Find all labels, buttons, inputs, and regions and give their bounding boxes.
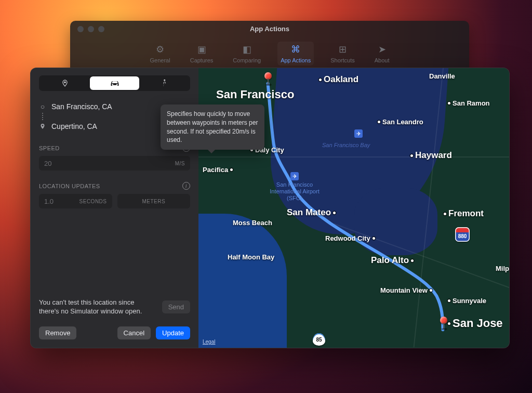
simulator-warning-text: You can't test this location since there… — [39, 298, 156, 316]
label-san-mateo: San Mateo — [287, 207, 336, 218]
background-titlebar: App Actions — [70, 21, 469, 36]
label-pacifica: Pacifica — [203, 166, 233, 174]
origin-circle-icon: ○ — [39, 102, 46, 111]
label-sf-bay: San Francisco Bay — [322, 142, 370, 149]
label-moss-beach: Moss Beach — [233, 219, 272, 227]
update-button[interactable]: Update — [156, 326, 190, 339]
location-pin-icon — [61, 80, 69, 87]
label-hayward: Hayward — [410, 150, 452, 161]
label-danville: Danville — [429, 72, 455, 80]
seconds-unit: SECONDS — [79, 199, 107, 204]
mode-walk-button[interactable] — [139, 76, 189, 90]
update-meters-input[interactable]: METERS — [117, 194, 191, 208]
label-sfo-airport: ✈ San Francisco International Airport (S… — [266, 172, 323, 202]
close-icon[interactable] — [77, 26, 84, 32]
zoom-icon[interactable] — [98, 26, 104, 32]
sheet-footer: Remove Cancel Update — [39, 326, 190, 339]
shield-880: 880 — [455, 227, 470, 242]
car-icon — [110, 80, 120, 87]
keyboard-icon: ⊞ — [339, 44, 347, 55]
updates-info-icon[interactable]: i — [182, 182, 190, 190]
label-sunnyvale: Sunnyvale — [448, 297, 486, 305]
meters-unit: METERS — [142, 199, 165, 204]
preferences-toolbar: ⚙General ▣Captures ◧Comparing ⌘App Actio… — [70, 42, 469, 66]
speed-unit: M/S — [175, 161, 185, 166]
traffic-lights[interactable] — [77, 26, 104, 32]
label-san-jose: San Jose — [448, 317, 503, 330]
remove-button[interactable]: Remove — [39, 326, 76, 339]
compare-icon: ◧ — [243, 44, 251, 55]
airplane-icon: ✈ — [354, 129, 363, 138]
waypoint-origin-label: San Francisco, CA — [51, 102, 112, 111]
speed-placeholder: 20 — [44, 160, 51, 167]
label-palo-alto: Palo Alto — [371, 255, 414, 266]
about-icon: ➤ — [378, 44, 386, 55]
tab-about[interactable]: ➤About — [371, 42, 393, 66]
label-san-ramon: San Ramon — [448, 99, 490, 107]
label-fremont: Fremont — [444, 208, 484, 219]
tab-comparing[interactable]: ◧Comparing — [230, 42, 264, 66]
tab-shortcuts[interactable]: ⊞Shortcuts — [327, 42, 357, 66]
label-san-francisco: San Francisco — [216, 88, 294, 101]
minimize-icon[interactable] — [88, 26, 94, 32]
cancel-button[interactable]: Cancel — [117, 326, 151, 339]
label-milp: Milp — [496, 265, 509, 272]
destination-pin-icon — [39, 123, 46, 130]
location-route-sheet: ○ San Francisco, CA Cupertino, CA SPEED … — [30, 68, 510, 348]
label-oakland: Oakland — [319, 74, 358, 85]
camera-icon: ▣ — [197, 44, 206, 55]
label-redwood-city: Redwood City — [325, 234, 375, 242]
route-sidebar: ○ San Francisco, CA Cupertino, CA SPEED … — [31, 68, 198, 348]
tab-app-actions[interactable]: ⌘App Actions — [277, 42, 314, 66]
update-seconds-input[interactable]: 1.0 SECONDS — [39, 194, 112, 208]
airplane-icon: ✈ — [290, 172, 299, 180]
background-window-title: App Actions — [70, 25, 469, 33]
map-legal-link[interactable]: Legal — [203, 339, 215, 345]
svg-point-0 — [64, 82, 66, 84]
speed-tooltip: Specifies how quickly to move between wa… — [161, 104, 264, 150]
destination-pin[interactable] — [440, 317, 447, 324]
label-san-leandro: San Leandro — [378, 118, 423, 126]
gear-icon: ⚙ — [156, 44, 164, 55]
send-button: Send — [162, 300, 190, 313]
tab-captures[interactable]: ▣Captures — [187, 42, 217, 66]
seconds-placeholder: 1.0 — [44, 198, 54, 205]
label-mountain-view: Mountain View — [380, 286, 432, 294]
origin-pin[interactable] — [264, 72, 272, 80]
updates-section-label: LOCATION UPDATES i — [39, 182, 190, 190]
label-half-moon-bay: Half Moon Bay — [228, 253, 274, 261]
transport-mode-segmented[interactable] — [39, 75, 190, 91]
speed-input[interactable]: 20 M/S — [39, 156, 190, 171]
tab-general[interactable]: ⚙General — [147, 42, 174, 66]
shield-85: 85 — [313, 333, 325, 346]
mode-location-button[interactable] — [40, 76, 90, 90]
waypoint-destination-label: Cupertino, CA — [51, 122, 97, 130]
label-oak-airport: ✈ — [354, 129, 363, 139]
walk-icon — [161, 79, 167, 87]
command-icon: ⌘ — [291, 44, 300, 55]
svg-point-1 — [164, 80, 165, 81]
mode-drive-button[interactable] — [90, 76, 140, 90]
simulator-warning-row: You can't test this location since there… — [39, 298, 190, 316]
